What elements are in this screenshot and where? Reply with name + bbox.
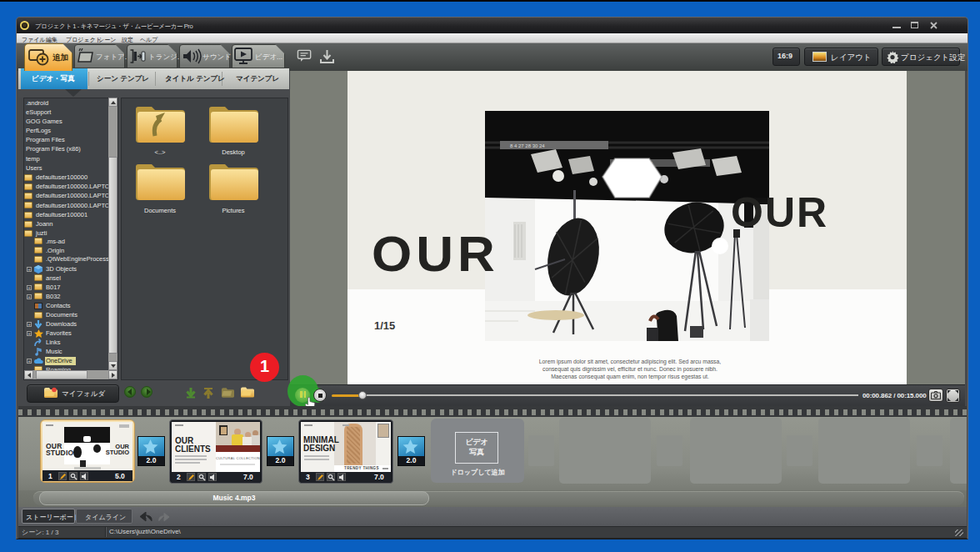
svg-text:8 4 27 28 30 24: 8 4 27 28 30 24 <box>510 143 545 148</box>
